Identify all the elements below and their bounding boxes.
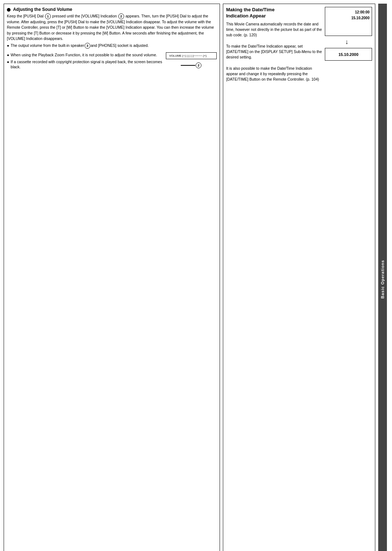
bullet-icon: [7, 8, 11, 12]
circle-2: 2: [118, 13, 124, 19]
datetime-body1: This Movie Camera automatically records …: [226, 21, 322, 38]
bullet-item-2: When using the Playback Zoom Function, i…: [7, 52, 163, 58]
vol-circle-badge: 2: [196, 62, 201, 68]
volume-display: VOLUME (−) | | | | |−−−−− (+): [166, 52, 217, 59]
volume-label: VOLUME (−) | | | | |−−−−− (+): [169, 54, 207, 57]
datetime-body2: To make the Date/Time Indication appear,…: [226, 44, 322, 60]
bullet-item-1: The output volume from the built-in spea…: [7, 43, 217, 49]
top-section: Adjusting the Sound Volume Keep the [PUS…: [4, 4, 388, 551]
datetime-body3: It is also possible to make the Date/Tim…: [226, 66, 322, 82]
bullet-item-3: If a cassette recorded with copyright pr…: [7, 59, 163, 70]
circle-1: 1: [45, 13, 51, 19]
sound-volume-title: Adjusting the Sound Volume: [7, 7, 217, 12]
datetime-text-content: Making the Date/Time Indication Appear T…: [226, 7, 322, 551]
datetime-panel-title: Making the Date/Time Indication Appear: [226, 7, 322, 19]
sound-volume-body: Keep the [PUSH] Dial 1 pressed until the…: [7, 13, 217, 41]
datetime-panel: Making the Date/Time Indication Appear T…: [223, 4, 375, 551]
arrow-down-icon: ↓: [345, 38, 372, 46]
datetime-screen-1: 12:00:00 15.10.2000: [325, 7, 372, 36]
screen-date2: 15.10.2000: [338, 52, 358, 57]
sound-volume-panel: Adjusting the Sound Volume Keep the [PUS…: [4, 4, 220, 551]
datetime-screen-2: 15.10.2000: [325, 48, 372, 61]
page-container: Adjusting the Sound Volume Keep the [PUS…: [4, 4, 388, 551]
sidebar-container: Basic Operations: [378, 4, 388, 551]
screen-time: 12:00:00: [355, 10, 369, 14]
datetime-screens: 12:00:00 15.10.2000 ↓ 15.10.2000: [325, 7, 372, 551]
volume-circle-2: ——2: [181, 61, 202, 69]
circle-3: 3: [85, 43, 90, 49]
screen-date: 15.10.2000: [351, 16, 369, 20]
sidebar-tab: Basic Operations: [378, 4, 387, 551]
